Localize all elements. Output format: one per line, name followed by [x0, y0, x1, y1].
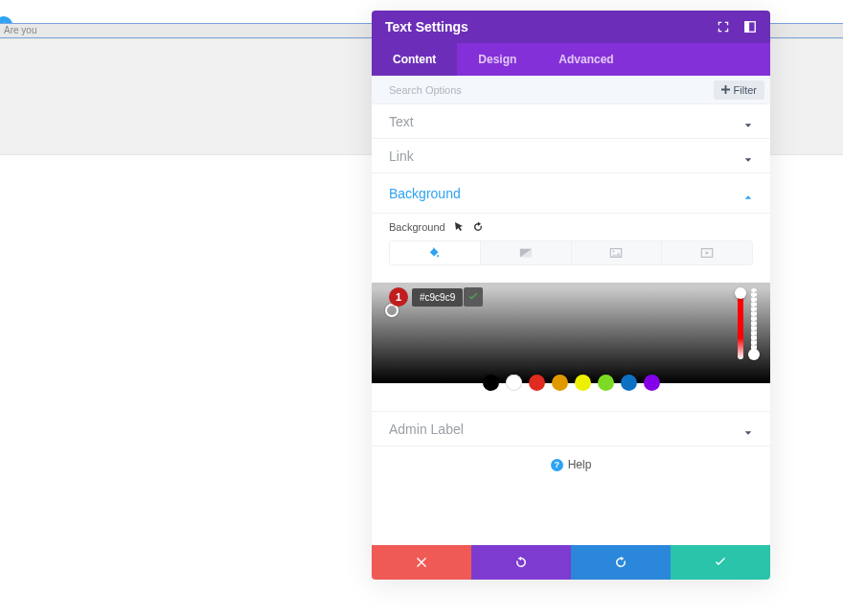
color-hex-tooltip: 1 #c9c9c9 [389, 287, 483, 307]
modal-tabs: Content Design Advanced [372, 43, 770, 76]
modal-title-actions [717, 20, 757, 34]
plus-icon [721, 85, 730, 94]
filter-label: Filter [734, 84, 757, 96]
section-text-label: Text [389, 114, 414, 129]
image-icon [609, 246, 623, 260]
alpha-slider[interactable] [751, 288, 757, 359]
tab-advanced[interactable]: Advanced [537, 43, 634, 76]
undo-icon [514, 556, 528, 569]
hue-slider[interactable] [738, 288, 743, 359]
cancel-button[interactable] [372, 545, 471, 580]
section-background-label: Background [389, 186, 461, 201]
swatch-purple[interactable] [644, 375, 660, 391]
section-link-label: Link [389, 148, 414, 164]
check-icon [468, 292, 478, 302]
reset-icon[interactable] [472, 221, 484, 233]
text-settings-modal: Text Settings Content Design Advanced Se… [372, 11, 770, 580]
section-admin-label-label: Admin Label [389, 422, 464, 437]
tab-design[interactable]: Design [457, 43, 537, 76]
background-field-label: Background [389, 221, 445, 233]
swatch-black[interactable] [483, 375, 499, 391]
alpha-handle[interactable] [748, 349, 760, 360]
search-input[interactable]: Search Options [389, 84, 462, 96]
tab-content[interactable]: Content [372, 43, 457, 76]
filter-button[interactable]: Filter [714, 80, 764, 100]
color-swatches [389, 375, 753, 391]
swatch-orange[interactable] [552, 375, 568, 391]
color-picker: 1 #c9c9c9 [372, 283, 770, 383]
bg-tab-gradient[interactable] [480, 241, 571, 264]
paint-bucket-icon [428, 246, 442, 260]
section-background[interactable]: Background [372, 173, 770, 214]
hex-input[interactable]: #c9c9c9 [412, 288, 463, 307]
redo-button[interactable] [571, 545, 671, 580]
background-body: Background 1 #c9c [372, 214, 770, 391]
bg-tab-color[interactable] [390, 241, 480, 264]
help-label: Help [568, 458, 592, 471]
modal-footer [372, 545, 770, 580]
page-placeholder-text: Are you [4, 25, 36, 35]
background-type-tabs [389, 240, 753, 265]
swatch-blue[interactable] [621, 375, 637, 391]
confirm-color-button[interactable] [464, 287, 483, 307]
swatch-yellow[interactable] [575, 375, 591, 391]
section-link[interactable]: Link [372, 139, 770, 173]
close-icon [415, 556, 428, 569]
svg-point-4 [613, 250, 615, 252]
section-text[interactable]: Text [372, 104, 770, 139]
modal-title: Text Settings [385, 19, 468, 34]
search-row: Search Options Filter [372, 76, 770, 104]
chevron-down-icon [743, 151, 753, 161]
help-icon: ? [551, 459, 563, 471]
check-icon [714, 556, 727, 569]
gradient-icon [519, 246, 533, 260]
section-gap [372, 391, 770, 412]
bg-tab-video[interactable] [661, 241, 752, 264]
expand-icon[interactable] [717, 20, 730, 34]
video-icon [700, 246, 714, 260]
section-admin-label[interactable]: Admin Label [372, 412, 770, 446]
save-button[interactable] [671, 545, 770, 580]
step-badge: 1 [389, 287, 408, 307]
hue-handle[interactable] [735, 287, 746, 299]
chevron-down-icon [743, 117, 753, 126]
chevron-down-icon [743, 424, 753, 434]
help-row[interactable]: ? Help [372, 446, 770, 483]
svg-rect-1 [745, 22, 749, 33]
swatch-red[interactable] [529, 375, 545, 391]
undo-button[interactable] [471, 545, 571, 580]
modal-titlebar[interactable]: Text Settings [372, 11, 770, 43]
bg-tab-image[interactable] [571, 241, 662, 264]
cursor-icon[interactable] [453, 221, 465, 233]
swatch-green[interactable] [598, 375, 614, 391]
chevron-up-icon [743, 189, 753, 198]
background-label-row: Background [389, 221, 753, 233]
swatch-white[interactable] [506, 375, 522, 391]
redo-icon [614, 556, 627, 569]
snap-icon[interactable] [743, 20, 757, 34]
